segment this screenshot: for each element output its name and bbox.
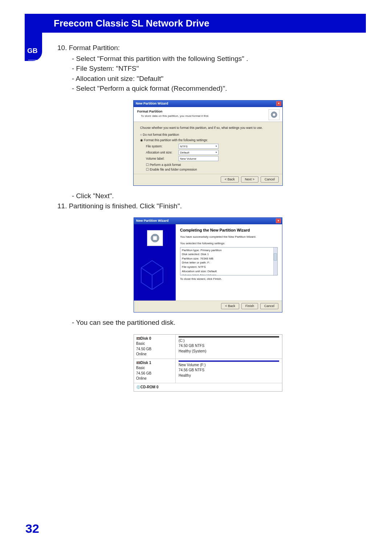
disk0-info: 📼Disk 0 Basic 74.50 GB Online [134,335,176,359]
alloc-select[interactable]: Default▾ [179,150,219,155]
banner-title: Format Partition [137,109,279,114]
step-11-bullet-1: - You can see the partitioned disk. [57,318,359,328]
dialog-titlebar: New Partition Wizard × [134,218,282,224]
radio-no-format[interactable]: Do not format this partition [140,132,276,137]
step-11-title: 11. Partitioning is finished. Click "Fin… [57,201,359,211]
dialog-finish-wizard: New Partition Wizard × Completing the Ne… [134,217,282,312]
back-button[interactable]: < Back [221,176,239,183]
step-10-bullet-2: - File System: "NTFS" [57,64,359,74]
cancel-button[interactable]: Cancel [261,176,279,183]
disk1-volume[interactable]: New Volume (F:) 74.56 GB NTFS Healthy [176,359,282,383]
dialog-titlebar: New Partition Wizard × [134,101,282,107]
dialog-title-text: New Partition Wizard [136,218,168,223]
back-button[interactable]: < Back [221,303,239,309]
dialog-format-partition: New Partition Wizard × Format Partition … [133,100,283,186]
cdrom-info: 💿CD-ROM 0 [134,383,282,392]
wizard-icon [269,109,279,120]
wizard-side-banner [134,224,176,301]
disk1-info: 📼Disk 1 Basic 74.56 GB Online [134,359,176,383]
close-icon[interactable]: × [276,218,281,223]
svg-rect-3 [153,236,157,240]
step-10-title: 10. Format Partition: [57,43,359,53]
step-10-bullet-1: - Select "Format this partition with the… [57,54,359,64]
scrollbar[interactable] [273,248,277,275]
close-icon[interactable]: × [276,101,281,106]
step-10-bullet-5: - Click "Next". [57,191,359,201]
wizard-icon [147,230,163,246]
doc-header: Freecom Classic SL Network Drive [25,14,366,33]
finish-button[interactable]: Finish [241,303,258,309]
wizard-closing: To close this wizard, click Finish. [180,277,278,281]
banner-subtitle: To store data on this partition, you mus… [137,114,279,118]
dialog-intro: Choose whether you want to format this p… [140,126,276,130]
summary-listbox[interactable]: Partition type: Primary partition Disk s… [180,247,278,275]
chevron-down-icon: ▾ [216,151,217,154]
step-10-bullet-4: - Select "Perform a quick format (Recomm… [57,83,359,94]
volume-input[interactable]: New Volume [179,156,219,161]
filesystem-select[interactable]: NTFS▾ [179,144,219,149]
wizard-heading: Completing the New Partition Wizard [180,228,278,233]
next-button[interactable]: Next > [241,176,258,183]
chevron-down-icon: ▾ [216,144,217,148]
disk0-volume[interactable]: (C:) 74.50 GB NTFS Healthy (System) [176,335,282,359]
scrollbar-thumb[interactable] [274,253,277,261]
checkbox-compression[interactable]: Enable file and folder compression [146,167,276,172]
disk-management-view: 📼Disk 0 Basic 74.50 GB Online (C:) 74.50… [134,334,282,392]
alloc-label: Allocation unit size: [146,150,179,155]
page-number: 32 [25,522,39,536]
step-10-bullet-3: - Allocation unit size: "Default" [57,74,359,84]
wizard-sub1: You have successfully completed the New … [180,235,278,239]
doc-title: Freecom Classic SL Network Drive [54,18,209,29]
volume-label: Volume label: [146,156,179,161]
chapter-label: GB 9 [27,46,38,70]
checkbox-quick-format[interactable]: Perform a quick format [146,163,276,167]
cancel-button[interactable]: Cancel [260,303,278,309]
wizard-sub2: You selected the following settings: [180,241,278,246]
svg-rect-1 [273,113,275,116]
dialog-title-text: New Partition Wizard [136,101,168,106]
doc-content: 10. Format Partition: - Select "Format t… [25,33,366,392]
radio-format[interactable]: Format this partition with the following… [140,138,276,142]
filesystem-label: File system: [146,144,179,148]
